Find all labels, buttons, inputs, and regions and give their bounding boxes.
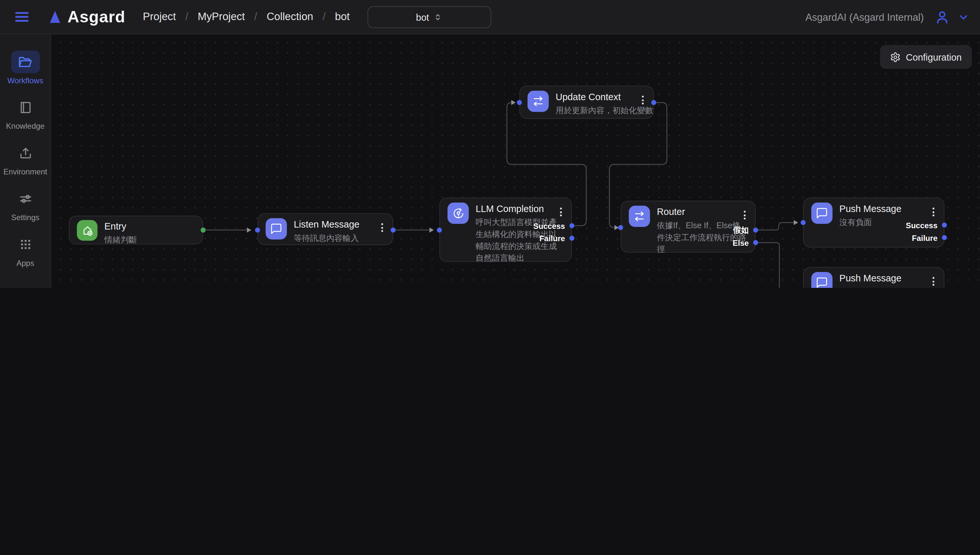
brand-name: Asgard [67, 7, 125, 27]
output-label-failure: Failure [912, 234, 938, 242]
breadcrumb: Project / MyProject / Collection / bot [143, 11, 350, 23]
node-title: LLM Completion [476, 203, 559, 215]
breadcrumb-project[interactable]: Project [143, 11, 176, 23]
sidebar-item-label: Settings [11, 213, 40, 222]
output-label-success: Success [906, 221, 938, 230]
port-router-input[interactable] [618, 225, 623, 230]
node-subtitle: 情緒判斷 [104, 234, 137, 246]
chevron-down-icon[interactable] [957, 11, 970, 24]
breadcrumb-myproject[interactable]: MyProject [198, 11, 245, 23]
chat-bubble-icon [811, 203, 833, 224]
brand-logo[interactable]: Asgard [48, 7, 125, 27]
node-subtitle: 沒有負面 [839, 216, 901, 228]
node-title: Entry [104, 220, 137, 233]
port-update-output[interactable] [652, 100, 656, 105]
node-title: Update Context [556, 91, 653, 103]
breadcrumb-separator: / [323, 11, 326, 23]
node-title: Listen Message [294, 218, 359, 231]
port-listen-input[interactable] [255, 228, 260, 233]
sidebar-item-label: Knowledge [6, 122, 45, 131]
node-subtitle: 依據If、Else If、Else條件決定工作流程執行的路徑 [657, 220, 748, 255]
sidebar-item-label: Workflows [8, 76, 43, 85]
gear-icon [890, 51, 901, 62]
sidebar-item-knowledge[interactable]: Knowledge [2, 96, 49, 131]
node-subtitle: 表示有負面 [839, 286, 901, 288]
upload-icon [11, 142, 40, 164]
hamburger-menu-icon[interactable] [14, 9, 30, 25]
port-llm-failure[interactable] [569, 236, 574, 241]
sidebar: Workflows Knowledge Environment Settings… [0, 34, 51, 288]
breadcrumb-collection[interactable]: Collection [267, 11, 313, 23]
output-label-else: Else [733, 239, 749, 248]
chevrons-up-down-icon [433, 13, 443, 22]
account-label: AsgardAI (Asgard Internal) [805, 12, 924, 23]
port-push1-failure[interactable] [942, 235, 946, 240]
sidebar-item-environment[interactable]: Environment [2, 142, 49, 176]
sliders-icon [11, 188, 40, 210]
node-menu-button[interactable] [380, 222, 385, 233]
breadcrumb-separator: / [186, 11, 188, 23]
output-label-if: 假如 [733, 225, 749, 236]
chat-bubble-icon [811, 272, 833, 288]
edge-router-push2 [756, 242, 794, 288]
user-icon[interactable] [934, 9, 951, 26]
node-listen-message[interactable]: Listen Message 等待訊息內容輸入 [258, 213, 394, 245]
node-menu-button[interactable] [743, 209, 747, 221]
sidebar-item-label: Apps [16, 259, 34, 268]
output-label-success: Success [533, 222, 565, 231]
node-title: Push Message [839, 272, 901, 285]
book-icon [11, 96, 40, 119]
port-update-input[interactable] [517, 100, 522, 105]
edge-router-push1 [756, 223, 794, 230]
swap-arrows-icon [528, 91, 549, 112]
top-bar: Asgard Project / MyProject / Collection … [0, 0, 980, 34]
configuration-button[interactable]: Configuration [880, 45, 972, 69]
node-entry[interactable]: Entry 情緒判斷 [69, 216, 203, 244]
house-plus-icon [77, 220, 98, 241]
sidebar-item-apps[interactable]: Apps [2, 233, 49, 268]
port-router-else[interactable] [753, 240, 758, 245]
output-label-failure: Failure [539, 234, 565, 243]
llm-refresh-bulb-icon [448, 203, 469, 224]
node-title: Push Message [839, 203, 901, 215]
node-subtitle: 等待訊息內容輸入 [294, 232, 359, 244]
triangle-logo-icon [48, 9, 62, 25]
workflow-select[interactable]: bot [367, 6, 491, 28]
sidebar-item-label: Environment [3, 168, 47, 176]
node-title: Router [657, 206, 748, 218]
folder-open-icon [11, 51, 40, 73]
workflow-canvas[interactable]: Configuration Entry 情緒判斷 Listen Message … [51, 34, 980, 288]
chat-bubble-icon [266, 218, 287, 239]
port-push1-input[interactable] [801, 220, 805, 225]
node-menu-button[interactable] [641, 94, 645, 106]
port-entry-output[interactable] [200, 228, 205, 233]
port-router-if[interactable] [753, 228, 758, 233]
node-menu-button[interactable] [559, 206, 563, 218]
swap-arrows-icon [629, 206, 650, 227]
port-push1-success[interactable] [942, 223, 946, 228]
node-push-message-2[interactable]: Push Message 表示有負面 Success Failure [803, 267, 944, 288]
app: Asgard Project / MyProject / Collection … [0, 0, 980, 288]
port-llm-success[interactable] [569, 223, 574, 228]
node-subtitle: 用於更新內容，初始化變數 [556, 104, 653, 116]
configuration-label: Configuration [906, 51, 962, 62]
port-llm-input[interactable] [437, 228, 442, 233]
node-update-context[interactable]: Update Context 用於更新內容，初始化變數 [519, 86, 654, 119]
sidebar-item-settings[interactable]: Settings [2, 188, 49, 222]
account-menu[interactable]: AsgardAI (Asgard Internal) [805, 0, 970, 34]
node-llm-completion[interactable]: LLM Completion 呼叫大型語言模型並產生結構化的資料輸出以輔助流程的… [439, 197, 572, 262]
breadcrumb-separator: / [255, 11, 257, 23]
port-listen-output[interactable] [391, 228, 396, 233]
sidebar-item-workflows[interactable]: Workflows [2, 51, 49, 85]
node-menu-button[interactable] [931, 206, 936, 218]
node-menu-button[interactable] [931, 276, 936, 287]
workflow-select-value: bot [416, 12, 429, 23]
node-router[interactable]: Router 依據If、Else If、Else條件決定工作流程執行的路徑 假如… [621, 201, 756, 253]
node-push-message-1[interactable]: Push Message 沒有負面 Success Failure [803, 197, 944, 247]
breadcrumb-bot[interactable]: bot [335, 11, 350, 23]
grid-icon [11, 233, 40, 255]
